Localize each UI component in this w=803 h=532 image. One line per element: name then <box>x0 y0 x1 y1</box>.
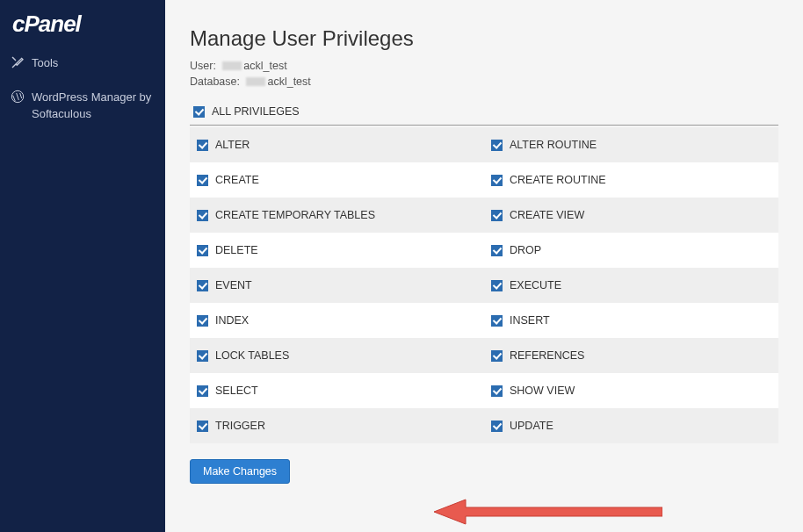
privilege-cell: SHOW VIEW <box>484 373 778 408</box>
privilege-cell: LOCK TABLES <box>190 338 484 373</box>
actions-bar: Make Changes <box>190 459 778 484</box>
privilege-label: SHOW VIEW <box>510 385 575 397</box>
privilege-cell: CREATE VIEW <box>484 198 778 233</box>
database-meta: Database: ackl_test <box>190 75 778 88</box>
svg-marker-1 <box>434 500 662 524</box>
privilege-label: INDEX <box>215 314 249 327</box>
privilege-row: SELECTSHOW VIEW <box>190 373 778 408</box>
page-title: Manage User Privileges <box>190 26 778 51</box>
privilege-cell: UPDATE <box>484 408 778 443</box>
privilege-cell: INSERT <box>484 303 778 338</box>
checkbox-privilege[interactable] <box>491 245 503 256</box>
database-label: Database: <box>190 75 240 88</box>
all-privileges-row: ALL PRIVILEGES <box>190 98 778 126</box>
checkbox-privilege[interactable] <box>197 245 208 256</box>
privilege-row: EVENTEXECUTE <box>190 268 778 303</box>
checkbox-privilege[interactable] <box>197 280 208 291</box>
privilege-cell: INDEX <box>190 303 484 338</box>
checkbox-all-privileges[interactable] <box>193 106 205 118</box>
make-changes-button[interactable]: Make Changes <box>190 459 290 484</box>
privilege-label: CREATE TEMPORARY TABLES <box>215 209 375 221</box>
sidebar-item-tools[interactable]: Tools <box>0 47 165 81</box>
main-content: Manage User Privileges User: ackl_test D… <box>165 0 803 532</box>
privilege-cell: DROP <box>484 233 778 268</box>
database-value: ackl_test <box>267 75 310 88</box>
privilege-cell: REFERENCES <box>484 338 778 373</box>
privilege-cell: CREATE ROUTINE <box>484 162 778 198</box>
user-meta: User: ackl_test <box>190 60 778 72</box>
checkbox-privilege[interactable] <box>197 175 208 186</box>
all-privileges-label: ALL PRIVILEGES <box>212 105 300 118</box>
privilege-row: DELETEDROP <box>190 233 778 268</box>
checkbox-privilege[interactable] <box>491 385 503 397</box>
tools-icon <box>11 55 25 69</box>
sidebar: cPanel Tools WordPress Manager by Softac… <box>0 0 165 532</box>
privilege-label: CREATE ROUTINE <box>510 174 606 186</box>
privilege-cell: EVENT <box>190 268 484 303</box>
privilege-label: CREATE <box>215 174 259 186</box>
database-value-redacted <box>246 77 265 86</box>
sidebar-item-label: Tools <box>32 55 58 72</box>
privileges-table: ALTERALTER ROUTINECREATECREATE ROUTINECR… <box>190 127 778 443</box>
privilege-row: LOCK TABLESREFERENCES <box>190 338 778 373</box>
user-value-redacted <box>222 61 242 70</box>
checkbox-privilege[interactable] <box>197 315 208 327</box>
privilege-label: INSERT <box>510 314 550 327</box>
privilege-row: ALTERALTER ROUTINE <box>190 127 778 162</box>
privilege-label: EXECUTE <box>510 279 561 291</box>
privilege-cell: TRIGGER <box>190 408 484 443</box>
privilege-label: SELECT <box>215 385 258 397</box>
checkbox-privilege[interactable] <box>491 421 503 432</box>
checkbox-privilege[interactable] <box>491 315 503 327</box>
privilege-label: CREATE VIEW <box>510 209 584 221</box>
privilege-label: UPDATE <box>510 420 553 432</box>
privilege-cell: CREATE TEMPORARY TABLES <box>190 198 484 233</box>
privilege-label: DELETE <box>215 244 258 256</box>
privilege-label: ALTER ROUTINE <box>510 139 597 151</box>
sidebar-item-label: WordPress Manager by Softaculous <box>32 90 155 123</box>
checkbox-privilege[interactable] <box>197 140 208 151</box>
checkbox-privilege[interactable] <box>197 421 208 432</box>
checkbox-privilege[interactable] <box>491 175 503 186</box>
privilege-label: EVENT <box>215 279 252 291</box>
privilege-label: TRIGGER <box>215 420 265 432</box>
privilege-label: ALTER <box>215 139 250 151</box>
user-value: ackl_test <box>243 60 286 72</box>
privilege-cell: ALTER ROUTINE <box>484 127 778 162</box>
privilege-cell: EXECUTE <box>484 268 778 303</box>
privilege-row: TRIGGERUPDATE <box>190 408 778 443</box>
checkbox-privilege[interactable] <box>197 210 208 221</box>
privilege-cell: CREATE <box>190 162 484 198</box>
privilege-row: CREATE TEMPORARY TABLESCREATE VIEW <box>190 198 778 233</box>
annotation-arrow <box>434 497 662 527</box>
wordpress-icon <box>11 90 25 104</box>
privilege-label: REFERENCES <box>510 349 584 362</box>
checkbox-privilege[interactable] <box>197 385 208 397</box>
checkbox-privilege[interactable] <box>491 350 503 362</box>
privilege-row: INDEXINSERT <box>190 303 778 338</box>
privilege-row: CREATECREATE ROUTINE <box>190 162 778 198</box>
checkbox-privilege[interactable] <box>491 140 503 151</box>
privilege-label: LOCK TABLES <box>215 349 289 362</box>
privilege-cell: ALTER <box>190 127 484 162</box>
checkbox-privilege[interactable] <box>491 210 503 221</box>
privilege-label: DROP <box>510 244 541 256</box>
checkbox-privilege[interactable] <box>197 350 208 362</box>
user-label: User: <box>190 60 216 72</box>
privilege-cell: SELECT <box>190 373 484 408</box>
checkbox-privilege[interactable] <box>491 280 503 291</box>
sidebar-item-wordpress-manager[interactable]: WordPress Manager by Softaculous <box>0 81 165 132</box>
privilege-cell: DELETE <box>190 233 484 268</box>
brand-logo: cPanel <box>0 0 165 47</box>
